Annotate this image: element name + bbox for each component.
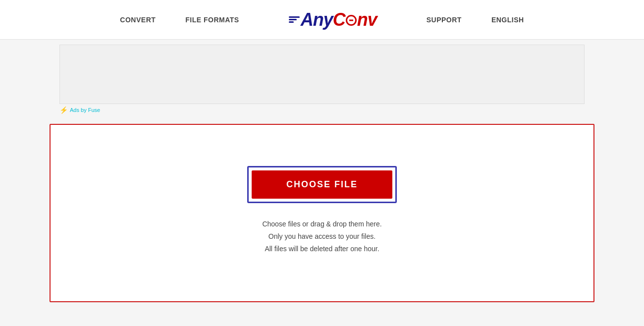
navbar: CONVERT FILE FORMATS Any C nv SUPPORT EN… xyxy=(0,0,644,40)
nav-file-formats[interactable]: FILE FORMATS xyxy=(185,16,239,24)
info-line-1: Choose files or drag & drop them here. xyxy=(262,218,381,230)
choose-file-outer-border: CHOOSE FILE xyxy=(247,166,397,203)
ad-banner xyxy=(59,45,585,104)
nav-links: CONVERT FILE FORMATS Any C nv SUPPORT EN… xyxy=(120,9,524,30)
converter-area: CHOOSE FILE Choose files or drag & drop … xyxy=(50,124,594,302)
nav-convert[interactable]: CONVERT xyxy=(120,16,156,24)
converter-info: Choose files or drag & drop them here. O… xyxy=(262,218,381,256)
ad-attribution: ⚡ Ads by Fuse xyxy=(59,106,585,114)
ad-attr-label: Ads by Fuse xyxy=(70,107,100,113)
nav-english[interactable]: ENGLISH xyxy=(491,16,524,24)
logo-any: Any xyxy=(301,9,333,30)
info-line-2: Only you have access to your files. xyxy=(262,230,381,243)
info-line-3: All files will be deleted after one hour… xyxy=(262,243,381,255)
nav-support[interactable]: SUPPORT xyxy=(427,16,462,24)
logo-conv: C nv xyxy=(333,9,377,30)
logo-arrows-icon xyxy=(289,16,300,23)
ad-icon: ⚡ xyxy=(59,106,68,114)
site-logo[interactable]: Any C nv xyxy=(289,9,377,30)
choose-file-button[interactable]: CHOOSE FILE xyxy=(252,170,392,199)
